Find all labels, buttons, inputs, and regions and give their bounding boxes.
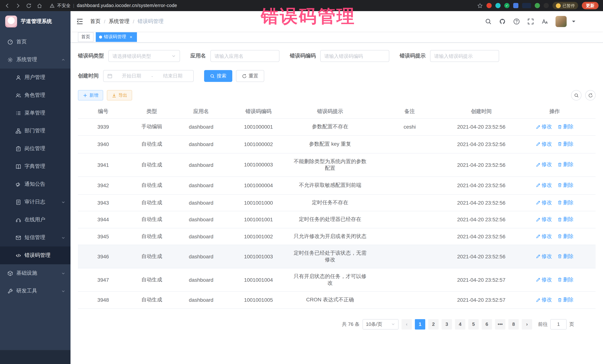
tab-home[interactable]: 首页: [78, 32, 93, 42]
profile-paused-badge[interactable]: 已暂停: [553, 2, 578, 9]
delete-link[interactable]: 删除: [557, 297, 573, 303]
edit-link[interactable]: 修改: [536, 297, 552, 303]
extension-icon[interactable]: [487, 3, 492, 8]
fullscreen-icon[interactable]: [527, 18, 534, 25]
page-button[interactable]: 3: [441, 319, 452, 329]
delete-link[interactable]: 删除: [557, 216, 573, 223]
bookmark-star-icon[interactable]: [477, 3, 483, 8]
goto-page-input[interactable]: [550, 319, 567, 329]
page-button[interactable]: 1: [415, 319, 425, 329]
error-code-input[interactable]: [324, 53, 385, 59]
delete-link[interactable]: 删除: [557, 233, 573, 240]
edit-link[interactable]: 修改: [536, 123, 552, 130]
browser-home-icon[interactable]: [37, 3, 42, 8]
error-hint-input[interactable]: [434, 53, 495, 59]
sidebar-footer[interactable]: [0, 350, 70, 364]
error-code-field[interactable]: [320, 50, 389, 62]
sidebar-item[interactable]: 部门管理: [0, 122, 70, 140]
app-name-field[interactable]: [210, 50, 279, 62]
export-button[interactable]: 导出: [107, 90, 132, 100]
sidebar-item-label: 首页: [16, 39, 27, 45]
search-button[interactable]: 搜索: [204, 70, 232, 82]
sidebar-item[interactable]: 字典管理: [0, 157, 70, 175]
reload-icon[interactable]: [26, 3, 32, 8]
sidebar-item[interactable]: 岗位管理: [0, 140, 70, 157]
forward-icon[interactable]: [15, 3, 21, 8]
edit-link[interactable]: 修改: [536, 161, 552, 168]
user-avatar[interactable]: [556, 16, 567, 27]
tab-error-code[interactable]: 错误码管理 ×: [96, 32, 137, 42]
sidebar-item[interactable]: 通知公告: [0, 175, 70, 193]
edit-link[interactable]: 修改: [536, 233, 552, 240]
delete-link[interactable]: 删除: [557, 123, 573, 130]
toggle-search-button[interactable]: [571, 90, 581, 100]
sidebar-item[interactable]: 角色管理: [0, 86, 70, 104]
table-row: 3942自动生成dashboard1001000004不允许获取敏感配置到前端2…: [78, 176, 596, 194]
error-hint-field[interactable]: [430, 50, 499, 62]
date-range-picker[interactable]: 开始日期 - 结束日期: [103, 70, 194, 82]
edit-link[interactable]: 修改: [536, 199, 552, 206]
error-type-select[interactable]: [108, 50, 180, 62]
page-size-select[interactable]: 10条/页: [362, 319, 399, 329]
delete-link[interactable]: 删除: [557, 141, 573, 147]
extension-icon[interactable]: [513, 3, 518, 8]
page-button[interactable]: 8: [508, 319, 519, 329]
page-button[interactable]: 5: [468, 319, 479, 329]
delete-link[interactable]: 删除: [557, 182, 573, 189]
edit-link[interactable]: 修改: [536, 141, 552, 147]
sidebar-item[interactable]: 系统管理: [0, 51, 70, 69]
extension-icon[interactable]: [535, 3, 540, 8]
sidebar-item[interactable]: 菜单管理: [0, 104, 70, 122]
sidebar-item[interactable]: 首页: [0, 33, 70, 51]
font-size-icon[interactable]: [541, 18, 548, 25]
help-icon[interactable]: [513, 18, 520, 25]
sidebar-item[interactable]: 审计日志: [0, 193, 70, 211]
delete-link[interactable]: 删除: [557, 276, 573, 283]
edit-link[interactable]: 修改: [536, 253, 552, 260]
reset-button[interactable]: 重置: [236, 70, 264, 82]
delete-link[interactable]: 删除: [557, 161, 573, 168]
github-icon[interactable]: [499, 18, 506, 25]
delete-link[interactable]: 删除: [557, 199, 573, 206]
delete-icon: [557, 162, 562, 167]
refresh-table-button[interactable]: [585, 90, 596, 100]
page-ellipsis-button[interactable]: •••: [495, 319, 505, 329]
breadcrumb-system[interactable]: 系统管理: [109, 18, 129, 25]
cell-hint: 只有开启状态的任务，才可以修改: [290, 268, 370, 292]
breadcrumb-home[interactable]: 首页: [90, 18, 101, 25]
extension-icon[interactable]: ✓: [504, 3, 510, 8]
sidebar-item[interactable]: 在线用户: [0, 211, 70, 229]
browser-update-button[interactable]: 更新: [582, 2, 599, 9]
edit-icon: [536, 200, 541, 205]
sidebar-item[interactable]: 基础设施: [0, 264, 70, 282]
sidebar-item[interactable]: 错误码管理: [0, 246, 70, 264]
extension-icon[interactable]: [544, 3, 549, 8]
sidebar-fold-icon[interactable]: [76, 18, 83, 25]
edit-link[interactable]: 修改: [536, 276, 552, 283]
edit-icon: [536, 183, 541, 188]
next-page-button[interactable]: ›: [522, 319, 532, 329]
add-button[interactable]: 新增: [78, 90, 103, 100]
close-icon[interactable]: ×: [128, 34, 134, 39]
address-bar[interactable]: 不安全 | dashboard.yudao.iocoder.cn/system/…: [50, 2, 472, 9]
sidebar-item[interactable]: 研发工具: [0, 282, 70, 300]
pagination-total: 共 76 条: [342, 321, 359, 328]
delete-link[interactable]: 删除: [557, 253, 573, 260]
extension-icon[interactable]: [495, 3, 500, 8]
sidebar-item[interactable]: 用户管理: [0, 69, 70, 86]
sidebar-item[interactable]: 短信管理: [0, 229, 70, 246]
pagination: 共 76 条 10条/页 ‹ 123456•••8 › 前往 页: [78, 319, 596, 329]
error-type-select-input[interactable]: [112, 53, 169, 59]
edit-link[interactable]: 修改: [536, 182, 552, 189]
app-logo[interactable]: 芋道管理系统: [0, 11, 70, 32]
edit-link[interactable]: 修改: [536, 216, 552, 223]
back-icon[interactable]: [4, 3, 10, 8]
page-button[interactable]: 2: [428, 319, 439, 329]
chevron-down-icon[interactable]: [570, 18, 577, 25]
search-icon[interactable]: [485, 18, 492, 25]
prev-page-button[interactable]: ‹: [402, 319, 412, 329]
extension-icon[interactable]: [522, 3, 531, 8]
page-button[interactable]: 4: [455, 319, 465, 329]
page-button[interactable]: 6: [482, 319, 492, 329]
app-name-input[interactable]: [214, 53, 275, 59]
